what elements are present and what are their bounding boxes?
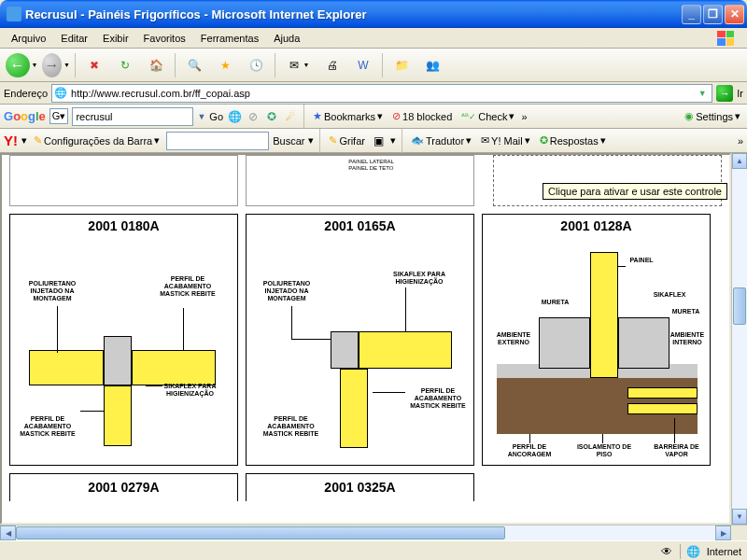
panel-0180a: 2001 0180A POLIURETANO INJETADO NA MONTA…: [9, 214, 238, 466]
google-search-dd[interactable]: ▼: [197, 112, 205, 121]
scroll-right-button[interactable]: ▶: [715, 525, 731, 540]
scroll-thumb[interactable]: [733, 287, 746, 325]
grifar-button[interactable]: ✎Grifar: [326, 134, 368, 147]
scroll-up-button[interactable]: ▲: [732, 153, 747, 169]
panel-title: 2001 0325A: [247, 474, 473, 498]
google-toolbar: Google G▾ ▼ Go 🌐 ⊘ ✪ ☄ ★Bookmarks▾ ⊘18 b…: [0, 105, 747, 129]
menu-view[interactable]: Exibir: [95, 31, 136, 46]
panel-frag-1: [9, 155, 238, 206]
zone-label: Internet: [707, 546, 741, 557]
label-painel-teto: PAINEL DE TETO: [348, 165, 394, 172]
home-button[interactable]: 🏠: [142, 51, 170, 79]
yahoo-config[interactable]: ✎Configurações da Barra▾: [31, 134, 162, 147]
page-icon: 🌐: [54, 87, 67, 100]
window-tool-icon[interactable]: ▣: [372, 133, 387, 148]
panel-title: 2001 0165A: [247, 215, 473, 237]
vertical-scrollbar[interactable]: ▲ ▼: [731, 153, 747, 525]
panel-title: 2001 0128A: [483, 215, 710, 237]
google-prefix[interactable]: G▾: [49, 108, 69, 124]
tradutor-button[interactable]: 🐟Tradutor▾: [408, 134, 474, 147]
minimize-button[interactable]: _: [682, 5, 701, 24]
label-painel-lateral: PAINEL LATERAL: [348, 159, 394, 165]
scroll-down-button[interactable]: ▼: [732, 509, 747, 525]
refresh-button[interactable]: ↻: [111, 51, 139, 79]
yahoo-toolbar: Y!▾ ✎Configurações da Barra▾ Buscar▾ ✎Gr…: [0, 129, 747, 153]
menu-favorites[interactable]: Favoritos: [136, 31, 193, 46]
print-button[interactable]: 🖨: [318, 51, 346, 79]
folder-button[interactable]: 📁: [388, 51, 416, 79]
menu-help[interactable]: Ajuda: [266, 31, 307, 46]
page-content: Clique para ativar e usar este controle …: [0, 153, 731, 525]
mail-button[interactable]: ✉▼: [280, 51, 316, 79]
popup-blocked[interactable]: ⊘18 blocked: [389, 110, 455, 122]
respostas-button[interactable]: ✪Respostas▾: [537, 134, 609, 147]
panel-0165a: 2001 0165A POLIURETANO INJETADO NA MONTA…: [246, 214, 474, 466]
globe2-icon[interactable]: ⊘: [246, 109, 261, 124]
panel-0128a: 2001 0128A PAINEL MURETA SIKAFLEX MURETA…: [482, 214, 711, 466]
back-button[interactable]: ←▼: [4, 51, 39, 79]
address-url: http://www.recrusul.com.br/ff_copai.asp: [71, 88, 695, 99]
address-dropdown[interactable]: ▼: [695, 89, 710, 98]
yahoo-search-input[interactable]: [166, 132, 269, 150]
google-logo[interactable]: Google: [4, 109, 46, 123]
window-titlebar: Recrusul - Painéis Frigoríficos - Micros…: [0, 0, 747, 28]
check-button[interactable]: ᴬᴮ✓Check▾: [458, 110, 517, 122]
horizontal-scrollbar[interactable]: ◀ ▶: [0, 525, 747, 540]
address-bar: Endereço 🌐 http://www.recrusul.com.br/ff…: [0, 82, 747, 105]
maximize-button[interactable]: ❐: [703, 5, 723, 24]
panel-0325a: 2001 0325A: [246, 473, 474, 501]
scroll-left-button[interactable]: ◀: [0, 525, 16, 540]
globe3-icon[interactable]: ✪: [264, 109, 279, 124]
go-button[interactable]: →: [716, 85, 733, 102]
history-button[interactable]: 🕓: [242, 51, 270, 79]
stop-button[interactable]: ✖: [80, 51, 108, 79]
go-label: Ir: [737, 88, 743, 99]
ymail-button[interactable]: ✉Y! Mail▾: [478, 134, 533, 147]
navigation-toolbar: ←▼ →▼ ✖ ↻ 🏠 🔍 ★ 🕓 ✉▼ 🖨 W 📁 👥: [0, 49, 747, 82]
panel-title: 2001 0279A: [10, 474, 237, 498]
settings-button[interactable]: ◉Settings▾: [682, 110, 743, 122]
close-button[interactable]: ✕: [725, 5, 744, 24]
activex-tooltip: Clique para ativar e usar este controle: [543, 183, 727, 200]
favorites-button[interactable]: ★: [211, 51, 239, 79]
address-label: Endereço: [4, 88, 48, 99]
globe1-icon[interactable]: 🌐: [227, 109, 242, 124]
menu-edit[interactable]: Editar: [53, 31, 95, 46]
bookmarks-button[interactable]: ★Bookmarks▾: [310, 110, 386, 122]
edit-button[interactable]: W: [349, 51, 377, 79]
menu-bar: Arquivo Editar Exibir Favoritos Ferramen…: [0, 28, 747, 49]
rss-icon[interactable]: ☄: [283, 109, 298, 124]
yahoo-chevrons-icon[interactable]: »: [738, 135, 743, 147]
zone-icon: 🌐: [686, 544, 701, 559]
menu-tools[interactable]: Ferramentas: [193, 31, 266, 46]
ie-icon: [7, 7, 21, 21]
privacy-icon[interactable]: 👁: [659, 544, 674, 559]
google-chevrons-icon[interactable]: »: [521, 111, 527, 122]
status-bar: 👁 🌐 Internet: [0, 540, 747, 560]
forward-button[interactable]: →▼: [42, 51, 70, 79]
window-title: Recrusul - Painéis Frigoríficos - Micros…: [25, 7, 682, 21]
menu-file[interactable]: Arquivo: [4, 31, 53, 46]
google-go-button[interactable]: Go: [209, 111, 223, 122]
buscar-button[interactable]: Buscar: [273, 135, 304, 147]
yahoo-logo[interactable]: Y!: [4, 133, 18, 148]
windows-flag-icon: [708, 29, 743, 48]
panel-title: 2001 0180A: [10, 215, 237, 237]
address-input[interactable]: 🌐 http://www.recrusul.com.br/ff_copai.as…: [51, 84, 712, 103]
scroll-thumb-h[interactable]: [16, 526, 505, 539]
panel-frag-2: PAINEL LATERAL PAINEL DE TETO: [246, 155, 474, 206]
panel-0279a: 2001 0279A: [9, 473, 238, 501]
google-search-input[interactable]: [72, 107, 193, 126]
related-button[interactable]: 👥: [418, 51, 446, 79]
search-button[interactable]: 🔍: [180, 51, 208, 79]
